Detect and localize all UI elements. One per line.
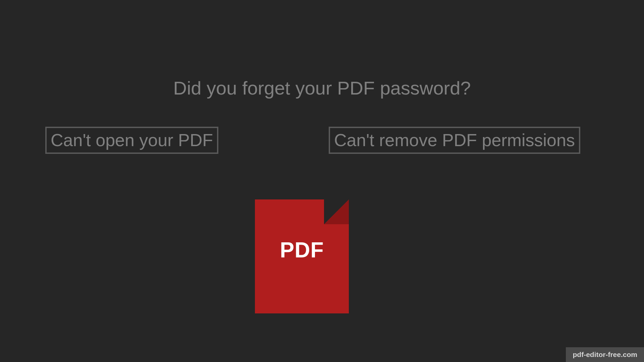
pdf-file-label: PDF (255, 238, 349, 262)
footer-site-text: pdf-editor-free.com (573, 351, 637, 358)
main-heading: Did you forget your PDF password? (0, 77, 644, 99)
option-cant-remove-permissions-label: Can't remove PDF permissions (334, 130, 575, 150)
option-cant-open[interactable]: Can't open your PDF (45, 127, 218, 154)
pdf-file-icon: PDF (255, 199, 349, 313)
footer-site-badge[interactable]: pdf-editor-free.com (566, 347, 644, 362)
option-cant-remove-permissions[interactable]: Can't remove PDF permissions (329, 127, 580, 154)
option-cant-open-label: Can't open your PDF (51, 130, 213, 150)
pdf-file-corner-fold (324, 199, 349, 224)
